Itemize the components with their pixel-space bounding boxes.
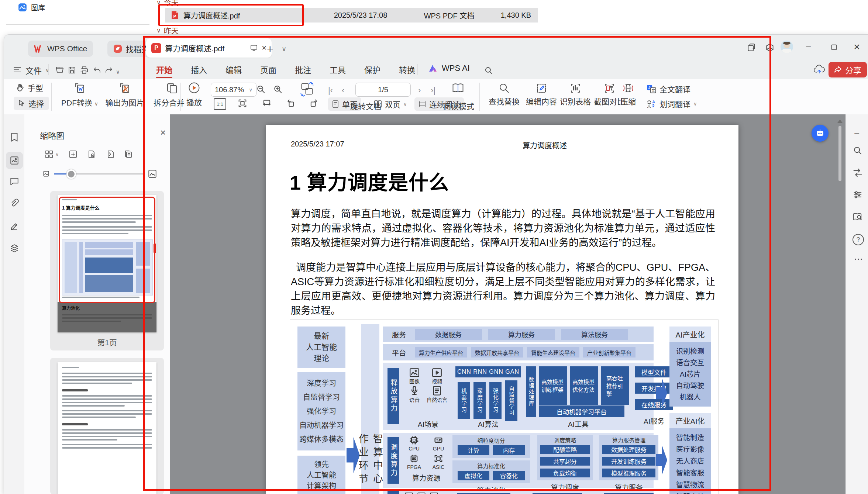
chevron-down-icon[interactable]: ∨ — [116, 69, 120, 75]
menu-insert[interactable]: 插入 — [190, 63, 208, 75]
ai-tools-group: 数据处理库 高效模型训练框架 高效模型优化方法 高吞吐推荐引擎 自动机器学习平台… — [526, 366, 630, 427]
screen-share-icon[interactable] — [250, 44, 258, 52]
stacked-windows-icon[interactable] — [747, 43, 756, 52]
read-mode-label[interactable]: 阅读模式 — [443, 100, 474, 111]
compress-button[interactable]: 压缩 — [615, 82, 641, 107]
cloud-upload-icon[interactable] — [813, 64, 826, 75]
bookmark-icon[interactable] — [10, 132, 19, 142]
pooling-group: 细粒度切分 计算 内存 算力标准化 虚拟化 容器化 — [452, 435, 530, 494]
menu-start[interactable]: 开始 — [155, 63, 173, 75]
zoom-search-icon[interactable] — [852, 145, 863, 156]
print-icon[interactable] — [80, 66, 89, 75]
full-translate-button[interactable]: A文 全文翻译 — [646, 83, 690, 94]
panel-close-icon[interactable]: × — [160, 127, 166, 138]
read-mode-icon[interactable] — [451, 82, 465, 94]
gpu-chip-icon — [429, 435, 448, 445]
avatar[interactable] — [781, 41, 793, 53]
service-item: 数据服务 — [415, 329, 482, 340]
wps-window: WPS Office 找稻壳模板 P 算力调度概述.pdf × + ∨ — [4, 34, 868, 494]
thumbnail-panel-toggle[interactable] — [6, 152, 23, 169]
pdf-paragraph-2: 调度能力是智算中心连接上层应用与底层计算设备的核心能力，将聚合的CPU、GPU、… — [291, 260, 715, 318]
select-tool-button[interactable]: 选择 — [14, 97, 49, 110]
menu-annotate[interactable]: 批注 — [294, 63, 312, 75]
page-indicator[interactable]: 1/5 — [355, 83, 411, 97]
prev-page-icon[interactable]: ‹ — [342, 86, 344, 95]
settings-sliders-icon[interactable] — [852, 190, 863, 200]
minimize-button[interactable]: − — [806, 41, 811, 53]
redo-icon[interactable] — [104, 66, 113, 75]
scroll-up-arrow[interactable] — [837, 120, 843, 123]
menu-convert[interactable]: 转换 — [398, 63, 416, 75]
vertical-scrollbar[interactable] — [837, 120, 843, 494]
tab-list-chevron-icon[interactable]: ∨ — [282, 45, 286, 53]
switch-pages-icon[interactable] — [852, 167, 863, 178]
doc-tab[interactable]: P 算力调度概述.pdf × — [146, 38, 272, 58]
rotate-right-icon[interactable] — [309, 98, 319, 108]
signature-pen-icon[interactable] — [10, 221, 19, 231]
viewport-handle[interactable] — [154, 243, 156, 253]
fit-width-icon[interactable] — [262, 98, 272, 108]
extract-page-icon[interactable] — [106, 150, 114, 159]
wps-ai-menu[interactable]: WPS AI — [428, 63, 470, 73]
viewport-indicator[interactable] — [59, 197, 155, 303]
ai-assistant-button[interactable] — [812, 125, 829, 142]
detect-table-button[interactable]: 识别表格 — [558, 82, 593, 107]
edit-content-button[interactable]: 编辑内容 — [524, 82, 559, 107]
zoom-level-select[interactable]: 106.87% ∨ — [211, 83, 256, 97]
zoom-in-icon[interactable] — [273, 84, 283, 94]
delete-page-icon[interactable] — [87, 150, 96, 159]
more-icon[interactable]: ⋯ — [854, 254, 863, 264]
service-mgmt-group: 算力服务管理 数据处理服务 开发训练服务 模型推理服务 算力服务 — [599, 435, 658, 492]
view-grid-button[interactable]: ∨ — [45, 150, 59, 159]
help-icon[interactable]: ? — [852, 234, 864, 245]
first-page-icon[interactable]: |‹ — [328, 86, 333, 95]
scrollbar-thumb[interactable] — [838, 126, 841, 181]
workspace-cube-icon[interactable] — [765, 43, 775, 52]
menu-page[interactable]: 页面 — [259, 63, 277, 75]
find-replace-button[interactable]: 查找替换 — [484, 82, 524, 107]
close-button[interactable]: × — [854, 41, 860, 53]
menu-edit[interactable]: 编辑 — [225, 63, 242, 75]
menu-protect[interactable]: 保护 — [364, 63, 381, 75]
pdf-convert-button[interactable]: PDF转换 ∨ — [59, 81, 100, 108]
export-pages-icon[interactable] — [124, 150, 133, 159]
doc-tab-close-icon[interactable]: × — [262, 43, 266, 53]
fit-page-icon[interactable] — [237, 98, 248, 108]
menu-tools[interactable]: 工具 — [329, 63, 347, 75]
file-menu[interactable]: 文件 ∨ — [25, 64, 49, 76]
hamburger-icon[interactable] — [13, 66, 21, 73]
next-page-icon[interactable]: › — [418, 86, 421, 95]
undo-icon[interactable] — [93, 66, 101, 75]
play-button[interactable]: 播放 — [181, 81, 207, 107]
attachment-icon[interactable] — [10, 198, 19, 208]
word-translate-button[interactable]: 文A 划词翻译 ∨ — [646, 98, 697, 109]
maximize-button[interactable] — [830, 43, 838, 51]
tab-wps-office[interactable]: WPS Office — [28, 41, 93, 57]
reading-assist-icon[interactable] — [852, 212, 863, 222]
hand-tool-button[interactable]: 手型 — [15, 82, 43, 93]
thumbnail-page-1[interactable]: 1 算力调度是什么 — [50, 191, 164, 350]
slider-knob[interactable] — [66, 169, 76, 179]
open-folder-icon[interactable] — [55, 66, 65, 75]
rotate-doc-label[interactable]: 旋转文档 — [350, 100, 381, 111]
file-name: 算力调度概述.pdf — [183, 10, 240, 21]
thumbnail-size-slider[interactable] — [43, 169, 157, 179]
share-button[interactable]: 分享 — [829, 62, 867, 77]
collapse-icon[interactable]: − — [854, 128, 860, 139]
new-tab-icon[interactable]: + — [267, 43, 273, 55]
group-today[interactable]: ∨ 今天 — [156, 0, 179, 8]
rotate-doc-icon[interactable] — [299, 82, 316, 97]
last-page-icon[interactable]: ›| — [431, 86, 435, 95]
rotate-left-icon[interactable] — [285, 98, 296, 108]
actual-size-icon[interactable]: 1:1 — [214, 98, 226, 110]
file-row[interactable]: P 算力调度概述.pdf 2025/5/23 17:08 WPS PDF 文档 … — [165, 8, 538, 23]
export-image-button[interactable]: 输出为图片 — [101, 81, 149, 108]
gallery-item[interactable]: 图库 — [18, 2, 45, 12]
save-icon[interactable] — [68, 66, 76, 75]
add-page-icon[interactable] — [69, 150, 78, 159]
menu-search-icon[interactable] — [484, 66, 493, 75]
thumbnail-page-2[interactable] — [50, 358, 164, 494]
zoom-out-icon[interactable] — [256, 84, 266, 94]
layers-icon[interactable] — [10, 243, 19, 253]
comment-icon[interactable] — [10, 176, 19, 186]
